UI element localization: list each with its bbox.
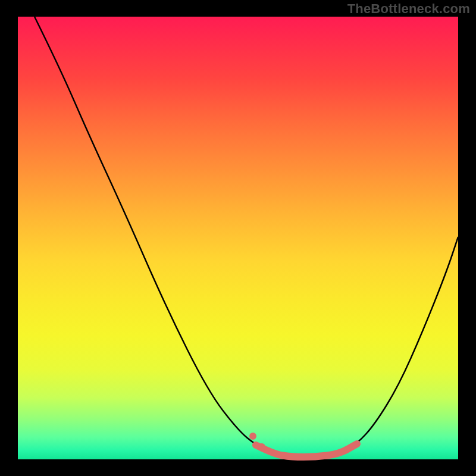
plot-area xyxy=(18,17,458,459)
highlight-segment xyxy=(256,444,357,457)
highlight-dot xyxy=(249,433,256,440)
main-curve-path xyxy=(35,17,458,457)
highlight-dot xyxy=(258,443,265,450)
chart-frame: TheBottleneck.com xyxy=(0,0,476,476)
watermark-text: TheBottleneck.com xyxy=(347,1,470,17)
curve-svg xyxy=(18,17,458,459)
